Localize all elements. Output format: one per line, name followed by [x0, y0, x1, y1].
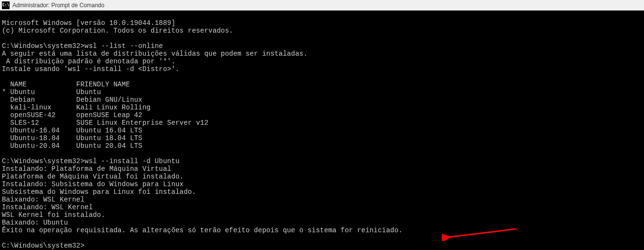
terminal-line: (c) Microsoft Corporation. Todos os dire… [2, 27, 642, 35]
terminal-line [2, 234, 642, 242]
terminal-line: C:\Windows\system32>wsl --install -d Ubu… [2, 157, 642, 165]
terminal-line: kali-linux Kali Linux Rolling [2, 104, 642, 111]
terminal-area[interactable]: Microsoft Windows [versão 10.0.19044.188… [0, 11, 644, 250]
terminal-line: Microsoft Windows [versão 10.0.19044.188… [2, 19, 642, 27]
terminal-line: SLES-12 SUSE Linux Enterprise Server v12 [2, 119, 642, 127]
terminal-line: NAME FRIENDLY NAME [2, 81, 642, 88]
terminal-line: Subsistema do Windows para Linux foi ins… [2, 188, 642, 196]
terminal-line: Instalando: Subsistema do Windows para L… [2, 180, 642, 188]
terminal-line: openSUSE-42 openSUSE Leap 42 [2, 111, 642, 119]
terminal-line: Ubuntu-18.04 Ubuntu 18.04 LTS [2, 134, 642, 142]
terminal-line: C:\Windows\system32>wsl --list --online [2, 42, 642, 50]
terminal-line: C:\Windows\system32> [2, 242, 642, 250]
terminal-line: Debian Debian GNU/Linux [2, 96, 642, 104]
terminal-line: Instalando: Plataforma de Máquina Virtua… [2, 165, 642, 173]
terminal-line: Instalando: WSL Kernel [2, 203, 642, 211]
terminal-line: A seguir está uma lista de distribuições… [2, 50, 642, 58]
terminal-line: A distribuição padrão é denotada por '*'… [2, 58, 642, 65]
terminal-line: Instale usando 'wsl --install -d <Distro… [2, 65, 642, 73]
terminal-line [2, 73, 642, 81]
terminal-line: WSL Kernel foi instalado. [2, 211, 642, 219]
terminal-line: Ubuntu-16.04 Ubuntu 16.04 LTS [2, 127, 642, 134]
cmd-icon: C:\ [2, 1, 10, 9]
terminal-line: Baixando: WSL Kernel [2, 196, 642, 203]
terminal-line: Ubuntu-20.04 Ubuntu 20.04 LTS [2, 142, 642, 150]
window-title: Administrador: Prompt de Comando [12, 2, 104, 9]
terminal-line [2, 35, 642, 42]
terminal-line: Baixando: Ubuntu [2, 219, 642, 226]
window-titlebar[interactable]: C:\ Administrador: Prompt de Comando [0, 0, 644, 11]
terminal-line: Êxito na operação requisitada. As altera… [2, 226, 642, 234]
terminal-line [2, 150, 642, 157]
terminal-line: * Ubuntu Ubuntu [2, 88, 642, 96]
terminal-line: Plataforma de Máquina Virtual foi instal… [2, 173, 642, 180]
